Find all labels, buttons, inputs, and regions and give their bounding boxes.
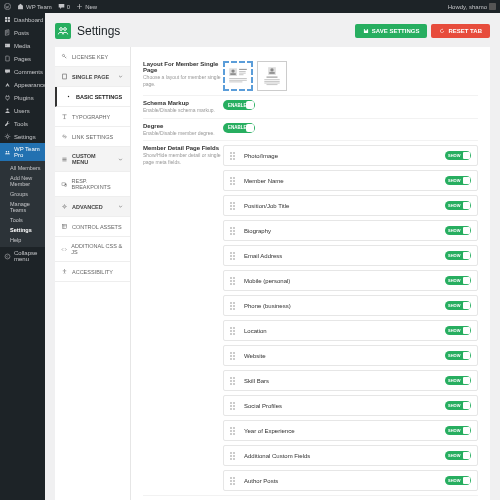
field-toggle[interactable]: SHOW <box>445 401 471 410</box>
sidebar-item-appearance[interactable]: Appearance <box>0 78 45 91</box>
schema-toggle[interactable]: ENABLED <box>223 100 255 110</box>
svg-point-2 <box>6 108 8 110</box>
drag-handle-icon[interactable] <box>230 277 238 285</box>
tab-resp-breakpoints[interactable]: RESP. BREAKPOINTS <box>55 172 130 197</box>
tab-advanced[interactable]: ADVANCED <box>55 197 130 217</box>
sidebar-item-media[interactable]: Media <box>0 39 45 52</box>
sidebar-sub-add-new-member[interactable]: Add New Member <box>0 173 45 189</box>
sidebar-item-posts[interactable]: Posts <box>0 26 45 39</box>
field-item-location: LocationSHOW <box>223 320 478 341</box>
field-toggle[interactable]: SHOW <box>445 201 471 210</box>
sidebar-item-comments[interactable]: Comments <box>0 65 45 78</box>
drag-handle-icon[interactable] <box>230 452 238 460</box>
tab-control-assets[interactable]: CONTROL ASSETS <box>55 217 130 237</box>
wp-logo[interactable] <box>4 3 11 10</box>
degree-toggle[interactable]: ENABLED <box>223 123 255 133</box>
drag-handle-icon[interactable] <box>230 152 238 160</box>
sidebar-item-users[interactable]: Users <box>0 104 45 117</box>
sidebar-sub-help[interactable]: Help <box>0 235 45 245</box>
field-toggle[interactable]: SHOW <box>445 251 471 260</box>
drag-handle-icon[interactable] <box>230 202 238 210</box>
sidebar-sub-all-members[interactable]: All Members <box>0 163 45 173</box>
tab-license-key[interactable]: LICENSE KEY <box>55 47 130 67</box>
layout-option-2[interactable] <box>257 61 287 91</box>
field-toggle[interactable]: SHOW <box>445 176 471 185</box>
svg-point-5 <box>8 151 9 152</box>
svg-point-15 <box>64 269 65 270</box>
field-toggle[interactable]: SHOW <box>445 226 471 235</box>
field-toggle[interactable]: SHOW <box>445 426 471 435</box>
field-item-member-name: Member NameSHOW <box>223 170 478 191</box>
sidebar-item-wp-team-pro[interactable]: WP Team Pro <box>0 143 45 161</box>
field-item-author-posts: Author PostsSHOW <box>223 470 478 491</box>
sidebar-sub-settings[interactable]: Settings <box>0 225 45 235</box>
sidebar-item-settings[interactable]: Settings <box>0 130 45 143</box>
reset-tab-button[interactable]: RESET TAB <box>431 24 490 38</box>
field-toggle[interactable]: SHOW <box>445 276 471 285</box>
svg-rect-14 <box>62 224 66 228</box>
field-toggle[interactable]: SHOW <box>445 351 471 360</box>
drag-handle-icon[interactable] <box>230 227 238 235</box>
drag-handle-icon[interactable] <box>230 427 238 435</box>
svg-rect-19 <box>239 69 247 70</box>
tab-accessibility[interactable]: ACCESSIBILITY <box>55 262 130 282</box>
field-toggle[interactable]: SHOW <box>445 151 471 160</box>
site-name[interactable]: WP Team <box>17 3 52 10</box>
field-item-biography: BiographySHOW <box>223 220 478 241</box>
drag-handle-icon[interactable] <box>230 352 238 360</box>
content-area: Settings SAVE SETTINGS RESET TAB LICENSE… <box>45 13 500 500</box>
drag-handle-icon[interactable] <box>230 252 238 260</box>
admin-sidebar: DashboardPostsMediaPagesCommentsAppearan… <box>0 13 45 500</box>
drag-handle-icon[interactable] <box>230 477 238 485</box>
field-toggle[interactable]: SHOW <box>445 301 471 310</box>
svg-rect-7 <box>55 23 71 39</box>
drag-handle-icon[interactable] <box>230 377 238 385</box>
field-item-additional-custom-fields: Additional Custom FieldsSHOW <box>223 445 478 466</box>
page-title: Settings <box>77 24 120 38</box>
field-toggle[interactable]: SHOW <box>445 326 471 335</box>
drag-handle-icon[interactable] <box>230 327 238 335</box>
fields-row: Member Detail Page FieldsShow/Hide membe… <box>143 141 478 496</box>
comments-count[interactable]: 0 <box>58 3 70 10</box>
new-content[interactable]: New <box>76 3 97 10</box>
tab-single-page[interactable]: SINGLE PAGE <box>55 67 130 87</box>
sidebar-item-pages[interactable]: Pages <box>0 52 45 65</box>
svg-rect-29 <box>267 77 278 78</box>
howdy-user[interactable]: Howdy, shamo <box>448 3 496 10</box>
tab-additional-css-js[interactable]: ADDITIONAL CSS & JS <box>55 237 130 262</box>
admin-topbar: WP Team 0 New Howdy, shamo <box>0 0 500 13</box>
degree-row: DegreeEnable/Disable member degree. ENAB… <box>143 119 478 142</box>
svg-rect-28 <box>269 72 275 74</box>
field-item-year-of-experience: Year of ExperienceSHOW <box>223 420 478 441</box>
field-item-photo-image: Photo/ImageSHOW <box>223 145 478 166</box>
tab-basic-settings[interactable]: BASIC SETTINGS <box>55 87 130 107</box>
svg-rect-21 <box>239 73 246 74</box>
save-settings-button[interactable]: SAVE SETTINGS <box>355 24 428 38</box>
sidebar-item-plugins[interactable]: Plugins <box>0 91 45 104</box>
field-item-skill-bars: Skill BarsSHOW <box>223 370 478 391</box>
svg-rect-22 <box>239 74 243 75</box>
drag-handle-icon[interactable] <box>230 402 238 410</box>
page-header: Settings SAVE SETTINGS RESET TAB <box>55 23 490 39</box>
sidebar-sub-groups[interactable]: Groups <box>0 189 45 199</box>
svg-point-10 <box>68 96 69 97</box>
svg-rect-24 <box>229 80 247 81</box>
layout-option-1[interactable] <box>223 61 253 91</box>
drag-handle-icon[interactable] <box>230 302 238 310</box>
sidebar-item-dashboard[interactable]: Dashboard <box>0 13 45 26</box>
collapse-menu[interactable]: Collapse menu <box>0 247 45 265</box>
svg-rect-31 <box>264 81 279 82</box>
sidebar-sub-manage-teams[interactable]: Manage Teams <box>0 199 45 215</box>
sidebar-item-tools[interactable]: Tools <box>0 117 45 130</box>
field-toggle[interactable]: SHOW <box>445 476 471 485</box>
field-toggle[interactable]: SHOW <box>445 376 471 385</box>
drag-handle-icon[interactable] <box>230 177 238 185</box>
field-item-website: WebsiteSHOW <box>223 345 478 366</box>
svg-rect-20 <box>239 71 246 72</box>
svg-rect-9 <box>63 74 67 79</box>
tab-typography[interactable]: TYPOGRAPHY <box>55 107 130 127</box>
field-toggle[interactable]: SHOW <box>445 451 471 460</box>
tab-link-settings[interactable]: LINK SETTINGS <box>55 127 130 147</box>
tab-custom-menu[interactable]: CUSTOM MENU <box>55 147 130 172</box>
sidebar-sub-tools[interactable]: Tools <box>0 215 45 225</box>
